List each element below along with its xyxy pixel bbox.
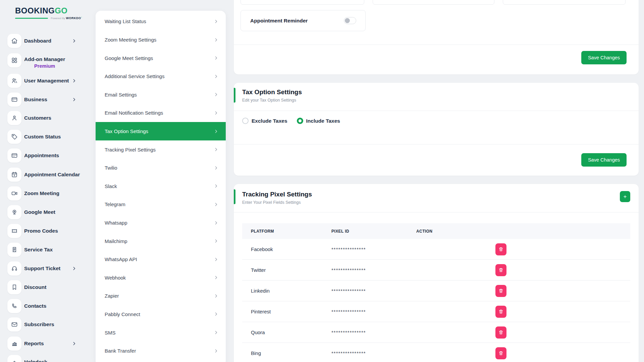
credit-card-icon xyxy=(7,93,21,107)
settings-item-whatsapp-api[interactable]: WhatsApp API xyxy=(96,250,226,268)
delete-button[interactable] xyxy=(495,347,506,359)
chevron-right-icon xyxy=(214,147,218,152)
phone-icon xyxy=(7,299,21,313)
input-field-partial[interactable] xyxy=(240,0,364,5)
pixel-id-cell: *************** xyxy=(331,329,416,335)
settings-item-pabbly-connect[interactable]: Pabbly Connect xyxy=(96,305,226,323)
sidebar-item-reports[interactable]: Reports xyxy=(0,337,96,351)
delete-button[interactable] xyxy=(495,306,506,318)
divider xyxy=(234,111,639,111)
chevron-up-icon xyxy=(7,355,21,362)
sidebar-item-appointments[interactable]: Appointments xyxy=(0,148,96,163)
platform-cell: Twitter xyxy=(242,267,331,273)
settings-item-bank-transfer[interactable]: Bank Transfer xyxy=(96,342,226,360)
sidebar-item-dashboard[interactable]: Dashboard xyxy=(0,34,96,48)
settings-item-additional-service-settings[interactable]: Additional Service Settings xyxy=(96,67,226,85)
sidebar-item-user-management[interactable]: User Management xyxy=(0,74,96,88)
sidebar-item-customers[interactable]: Customers xyxy=(0,111,96,125)
sidebar-item-subscribers[interactable]: Subscribers xyxy=(0,317,96,331)
settings-item-tracking-pixel-settings[interactable]: Tracking Pixel Settings xyxy=(96,140,226,159)
section-accent-bar xyxy=(234,189,235,204)
sidebar-item-contacts[interactable]: Contacts xyxy=(0,299,96,313)
chevron-right-icon xyxy=(214,74,218,79)
sidebar-item-support-ticket[interactable]: Support Ticket xyxy=(0,261,96,276)
settings-item-email-notification-settings[interactable]: Email Notification Settings xyxy=(96,104,226,122)
tracking-pixel-settings-card: Tracking Pixel Settings Enter Your Pixel… xyxy=(234,184,639,362)
pixel-table-header: PLATFORM PIXEL ID ACTION xyxy=(242,223,630,239)
divider xyxy=(234,144,639,144)
settings-item-twilio[interactable]: Twilio xyxy=(96,159,226,177)
sidebar-item-addon-manager[interactable]: Add-on ManagerPremium xyxy=(0,53,96,72)
sidebar-item-business[interactable]: Business xyxy=(0,93,96,107)
settings-item-whatsapp[interactable]: Whatsapp xyxy=(96,214,226,232)
sidebar-item-label: Contacts xyxy=(24,303,46,310)
table-row: Facebook *************** xyxy=(242,239,630,260)
add-pixel-button[interactable]: + xyxy=(620,191,630,202)
appointment-reminder-toggle[interactable] xyxy=(344,17,356,24)
premium-badge: Premium xyxy=(24,63,65,70)
chevron-right-icon xyxy=(214,166,218,170)
settings-item-zapier[interactable]: Zapier xyxy=(96,287,226,305)
sidebar-item-appointment-calendar[interactable]: Appointment Calendar xyxy=(0,168,96,182)
headset-icon xyxy=(7,261,21,276)
save-changes-button[interactable]: Save Changes xyxy=(581,153,627,167)
settings-item-email-settings[interactable]: Email Settings xyxy=(96,85,226,104)
column-header-pixel-id: PIXEL ID xyxy=(331,229,416,234)
tagline-prefix: Powered By xyxy=(51,17,65,20)
settings-submenu: Waiting List Status Zoom Meeting Setting… xyxy=(96,11,226,362)
delete-button[interactable] xyxy=(495,326,506,339)
input-field-partial[interactable] xyxy=(373,0,494,5)
delete-button[interactable] xyxy=(495,264,506,276)
sidebar-item-helpdesk[interactable]: Helpdesk xyxy=(0,355,96,362)
person-icon xyxy=(7,111,21,125)
settings-item-sms[interactable]: SMS xyxy=(96,323,226,342)
receipt-icon xyxy=(7,243,21,257)
settings-item-google-meet-settings[interactable]: Google Meet Settings xyxy=(96,49,226,67)
trash-icon xyxy=(498,267,503,273)
sidebar-item-label: Reports xyxy=(24,340,44,347)
settings-item-webhook[interactable]: Webhook xyxy=(96,268,226,287)
settings-item-tax-option-settings[interactable]: Tax Option Settings xyxy=(96,122,226,140)
sidebar-item-label: Customers xyxy=(24,115,51,122)
section-accent-bar xyxy=(234,88,235,103)
delete-button[interactable] xyxy=(495,285,506,297)
sidebar-item-discount[interactable]: Discount xyxy=(0,280,96,294)
exclude-taxes-radio[interactable] xyxy=(242,118,249,124)
settings-item-waiting-list-status[interactable]: Waiting List Status xyxy=(96,12,226,31)
sidebar-item-custom-status[interactable]: Custom Status xyxy=(0,130,96,144)
settings-item-telegram[interactable]: Telegram xyxy=(96,195,226,214)
table-row: Linkedin *************** xyxy=(242,281,630,301)
settings-item-slack[interactable]: Slack xyxy=(96,177,226,195)
tagline-brand: WORKDO´ xyxy=(66,16,83,20)
settings-item-mailchimp[interactable]: Mailchimp xyxy=(96,232,226,250)
users-icon xyxy=(7,74,21,88)
include-taxes-label[interactable]: Include Taxes xyxy=(306,118,340,124)
appointment-reminder-box: Appointment Reminder xyxy=(240,10,366,31)
brand-name: BOOKINGGO xyxy=(15,6,82,15)
home-icon xyxy=(7,34,21,48)
platform-cell: Quora xyxy=(242,329,331,335)
chevron-right-icon xyxy=(72,39,76,43)
save-changes-button[interactable]: Save Changes xyxy=(581,51,627,64)
exclude-taxes-label[interactable]: Exclude Taxes xyxy=(252,118,287,124)
card-icon xyxy=(7,148,21,163)
trash-icon xyxy=(498,309,503,314)
mail-icon xyxy=(7,317,21,331)
sidebar-item-service-tax[interactable]: Service Tax xyxy=(0,243,96,257)
sidebar-item-label: Zoom Meeting xyxy=(24,190,59,197)
brand-logo[interactable]: BOOKINGGO Powered By WORKDO´ xyxy=(15,6,82,20)
settings-item-zoom-meeting-settings[interactable]: Zoom Meeting Settings xyxy=(96,31,226,49)
sidebar: BOOKINGGO Powered By WORKDO´ Dashboard A… xyxy=(0,0,96,362)
sidebar-item-label: Dashboard xyxy=(24,38,51,45)
trash-icon xyxy=(498,330,503,335)
sidebar-item-zoom-meeting[interactable]: Zoom Meeting xyxy=(0,186,96,200)
delete-button[interactable] xyxy=(495,243,506,255)
sidebar-item-label: Service Tax xyxy=(24,246,53,253)
appointment-reminder-label: Appointment Reminder xyxy=(250,18,308,24)
sidebar-item-label: Custom Status xyxy=(24,133,61,140)
brand-name-secondary: GO xyxy=(55,6,67,15)
include-taxes-radio[interactable] xyxy=(297,118,303,124)
input-field-partial[interactable] xyxy=(503,0,626,5)
sidebar-item-promo-codes[interactable]: Promo Codes xyxy=(0,224,96,238)
sidebar-item-google-meet[interactable]: Google Meet xyxy=(0,205,96,219)
